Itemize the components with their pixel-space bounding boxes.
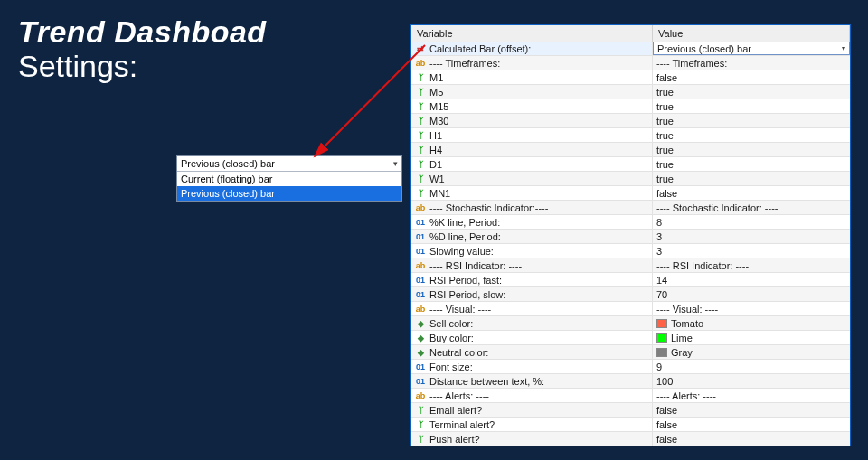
property-value-cell[interactable]: Lime (653, 331, 850, 344)
property-variable-label: M15 (429, 99, 448, 113)
flag-icon: ᛉ (415, 130, 426, 141)
property-row[interactable]: ᛉMN1false (411, 186, 850, 201)
property-row[interactable]: ᛉEmail alert?false (411, 403, 850, 418)
property-row[interactable]: ⇄Calculated Bar (offset):Previous (close… (411, 42, 850, 56)
property-row[interactable]: ᛉH1true (411, 128, 850, 143)
chevron-down-icon: ▾ (842, 42, 845, 55)
property-variable-cell: ab---- Alerts: ---- (411, 389, 653, 402)
property-value-cell[interactable]: ---- Timeframes: (653, 56, 850, 70)
property-value-cell[interactable]: 9 (653, 360, 850, 373)
property-row[interactable]: ᛉM30true (411, 114, 850, 128)
property-value-cell[interactable]: Tomato (653, 316, 850, 330)
ab-icon: ab (415, 390, 426, 401)
property-value-cell[interactable]: true (653, 85, 850, 99)
property-variable-cell: ⇄Calculated Bar (offset): (411, 42, 653, 55)
property-value-label: 14 (656, 273, 667, 286)
property-value-cell[interactable]: true (653, 157, 850, 171)
property-value-label: true (656, 128, 674, 142)
property-value-cell[interactable]: true (653, 99, 850, 113)
property-row[interactable]: 01Distance between text, %:100 (411, 374, 850, 389)
color-swatch (656, 333, 667, 343)
flag-icon: ᛉ (415, 116, 426, 127)
property-value-cell[interactable]: ---- RSI Indicator: ---- (653, 258, 850, 272)
num-icon: 01 (415, 231, 426, 242)
num-icon: 01 (415, 246, 426, 257)
property-value-cell[interactable]: 3 (653, 244, 850, 258)
num-icon: 01 (415, 376, 426, 387)
property-variable-cell: ᛉM5 (411, 85, 653, 99)
property-variable-cell: ᛉM1 (411, 70, 653, 84)
property-variable-cell: ab---- Timeframes: (411, 56, 653, 70)
bar-offset-dropdown[interactable]: Previous (closed) bar ▾ Current (floatin… (176, 155, 402, 202)
property-row[interactable]: ab---- RSI Indicator: -------- RSI Indic… (411, 258, 850, 273)
property-variable-cell: ᛉTerminal alert? (411, 418, 653, 431)
flag-icon: ᛉ (415, 174, 426, 184)
property-row[interactable]: ᛉH4true (411, 143, 850, 157)
property-row[interactable]: 01%K line, Period:8 (411, 215, 850, 230)
property-row[interactable]: ab---- Stochastic Indicator:-------- Sto… (411, 201, 850, 215)
property-row[interactable]: 01Slowing value:3 (411, 244, 850, 258)
property-row[interactable]: ᛉPush alert?false (411, 432, 850, 446)
property-variable-cell: ᛉMN1 (411, 186, 653, 200)
property-row[interactable]: ᛉM5true (411, 85, 850, 99)
chevron-down-icon: ▾ (393, 159, 398, 168)
property-row[interactable]: ab---- Alerts: -------- Alerts: ---- (411, 389, 850, 403)
page-title-line2: Settings: (18, 51, 267, 83)
property-value-cell[interactable]: Gray (653, 345, 850, 359)
property-row[interactable]: ab---- Timeframes:---- Timeframes: (411, 56, 850, 70)
property-value-label: false (656, 186, 677, 200)
property-row[interactable]: ᛉM1false (411, 70, 850, 85)
property-value-cell[interactable]: 100 (653, 374, 850, 388)
property-variable-cell: ᛉEmail alert? (411, 403, 653, 417)
property-value-cell[interactable]: ---- Stochastic Indicator: ---- (653, 201, 850, 214)
property-row[interactable]: 01RSI Period, fast:14 (411, 273, 850, 287)
property-value-combo[interactable]: Previous (closed) bar▾ (653, 42, 850, 55)
property-row[interactable]: ◆Neutral color:Gray (411, 345, 850, 360)
property-row[interactable]: ◆Buy color:Lime (411, 331, 850, 345)
property-value-cell[interactable]: ---- Alerts: ---- (653, 389, 850, 402)
bar-offset-option-previous[interactable]: Previous (closed) bar (177, 186, 401, 201)
property-row[interactable]: ◆Sell color:Tomato (411, 316, 850, 331)
property-row[interactable]: ᛉD1true (411, 157, 850, 172)
property-value-cell[interactable]: ---- Visual: ---- (653, 302, 850, 315)
property-value-cell[interactable]: true (653, 114, 850, 127)
property-value-cell[interactable]: true (653, 128, 850, 142)
flag-icon: ᛉ (415, 188, 426, 199)
property-row[interactable]: ᛉW1true (411, 172, 850, 186)
bar-offset-dropdown-selected[interactable]: Previous (closed) bar ▾ (177, 156, 401, 172)
property-row[interactable]: 01Font size:9 (411, 360, 850, 374)
property-value-label: true (656, 99, 674, 113)
property-variable-cell: ᛉM15 (411, 99, 653, 113)
ab-icon: ab (415, 260, 426, 271)
bar-offset-option-current[interactable]: Current (floating) bar (177, 172, 401, 186)
property-value-cell[interactable]: 3 (653, 230, 850, 243)
flag-icon: ᛉ (415, 101, 426, 112)
property-variable-cell: 01%D line, Period: (411, 230, 653, 243)
property-value-cell[interactable]: 70 (653, 287, 850, 301)
property-row[interactable]: 01RSI Period, slow:70 (411, 287, 850, 302)
property-row[interactable]: 01%D line, Period:3 (411, 230, 850, 244)
property-row[interactable]: ᛉTerminal alert?false (411, 418, 850, 432)
property-value-cell[interactable]: Previous (closed) bar▾ (653, 42, 850, 55)
property-value-cell[interactable]: false (653, 186, 850, 200)
property-variable-cell: ᛉD1 (411, 157, 653, 171)
property-value-cell[interactable]: 14 (653, 273, 850, 286)
property-variable-label: %K line, Period: (429, 215, 500, 229)
property-value-cell[interactable]: 8 (653, 215, 850, 229)
property-value-cell[interactable]: true (653, 172, 850, 185)
property-value-cell[interactable]: false (653, 418, 850, 431)
property-variable-cell: ab---- Visual: ---- (411, 302, 653, 315)
property-variable-label: H4 (429, 143, 442, 156)
property-value-cell[interactable]: false (653, 70, 850, 84)
property-value-cell[interactable]: false (653, 432, 850, 446)
property-row[interactable]: ab---- Visual: -------- Visual: ---- (411, 302, 850, 316)
property-value-label: ---- Visual: ---- (656, 302, 718, 315)
property-variable-label: Sell color: (429, 316, 473, 330)
property-variable-cell: ◆Buy color: (411, 331, 653, 344)
property-value-label: ---- Stochastic Indicator: ---- (656, 201, 778, 214)
property-value-label: true (656, 143, 674, 156)
property-value-cell[interactable]: false (653, 403, 850, 417)
property-value-cell[interactable]: true (653, 143, 850, 156)
property-value-label: true (656, 157, 674, 171)
property-row[interactable]: ᛉM15true (411, 99, 850, 114)
